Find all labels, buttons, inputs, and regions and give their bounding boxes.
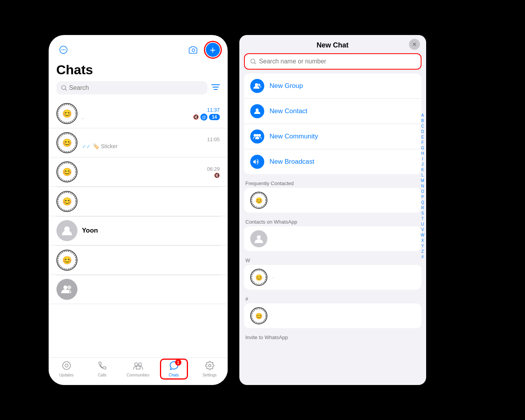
tab-label: Communities [126,373,149,377]
svg-text:😊: 😊 [62,197,72,206]
camera-button[interactable] [186,43,200,57]
mute-icon: 🔇 [214,173,220,178]
updates-icon [62,361,71,370]
svg-point-29 [255,83,258,86]
tab-label: Chats [169,373,179,377]
invite-header: Invite to WhatsApp [239,331,426,342]
chat-item[interactable] [49,275,228,304]
close-icon: ✕ [412,41,417,47]
search-input[interactable] [69,84,203,91]
alpha-i[interactable]: I [422,156,423,162]
new-chat-header: New Chat ✕ [239,35,426,53]
tab-updates[interactable]: Updates [55,361,78,377]
alpha-hash[interactable]: # [421,254,424,260]
chat-tab-badge: 1 [175,359,181,366]
new-contact-item[interactable]: New Contact [244,99,421,124]
frequent-contact-item[interactable]: 😊 [244,188,421,213]
more-options-button[interactable] [56,43,70,57]
alpha-d[interactable]: D [421,129,424,135]
alpha-o[interactable]: O [421,189,424,194]
alpha-p[interactable]: P [421,194,424,200]
chat-time: 11:37 [207,107,220,113]
alpha-y[interactable]: Y [421,243,424,249]
tab-calls[interactable]: Calls [91,361,114,377]
alpha-n[interactable]: N [421,184,424,189]
alpha-t[interactable]: T [421,216,424,222]
contact-info: · [273,274,274,281]
avatar [250,230,267,247]
chat-item[interactable]: 😊 11:05 ✓✓ 🏷️ Sticker [49,128,228,158]
alpha-r[interactable]: R [421,205,424,211]
svg-line-28 [254,63,256,64]
alpha-f[interactable]: F [421,140,424,145]
tab-chats[interactable]: 1 Chats [162,361,186,377]
tab-settings[interactable]: Settings [198,361,221,377]
svg-point-21 [63,285,67,289]
svg-text:😊: 😊 [62,256,72,265]
tab-icon-wrapper [98,361,107,372]
filter-icon[interactable] [211,84,220,92]
chat-item[interactable]: 😊 06:29 🔇 [49,158,228,187]
alpha-l[interactable]: L [421,173,424,178]
new-chat-button[interactable]: + [206,43,220,57]
svg-text:😊: 😊 [255,274,263,281]
alpha-k[interactable]: K [421,167,424,173]
svg-text:😊: 😊 [255,312,263,320]
alpha-m[interactable]: M [421,178,424,184]
new-group-item[interactable]: New Group [244,74,421,99]
alpha-c[interactable]: C [421,124,424,129]
alpha-e[interactable]: E [421,135,424,140]
badge-row: 🔇 @ 14 [193,114,219,121]
chat-item[interactable]: Yoon [49,216,228,245]
chat-content: Yoon [82,227,220,234]
svg-text:😊: 😊 [255,197,263,204]
section-w-list: 😊 · [244,265,421,290]
contact-item[interactable] [244,226,421,251]
alpha-z[interactable]: Z [421,249,424,254]
close-button[interactable]: ✕ [409,39,420,50]
mute-icon: 🔇 [193,114,199,120]
chat-content: 11:05 ✓✓ 🏷️ Sticker [82,136,220,149]
tab-communities[interactable]: Communities [126,361,150,377]
count-badge: 14 [209,114,219,120]
alpha-u[interactable]: U [421,222,424,227]
alpha-index: A B C D E F G H I J K L M N O P Q R S T … [421,113,424,260]
chat-list: 😊 11:37 . 🔇 @ 14 [49,99,228,357]
alpha-b[interactable]: B [421,118,424,124]
new-group-label: New Group [270,82,303,90]
section-hash-header: # [239,293,426,303]
chat-item[interactable]: 😊 11:37 . 🔇 @ 14 [49,99,228,128]
search-field[interactable] [244,53,421,70]
alpha-a[interactable]: A [421,113,424,118]
alpha-j[interactable]: J [421,162,423,167]
new-chat-search-input[interactable] [259,58,415,65]
new-group-icon [250,79,264,93]
new-broadcast-label: New Broadcast [270,158,314,166]
new-broadcast-item[interactable]: New Broadcast [244,149,421,174]
alpha-g[interactable]: G [421,145,424,151]
tab-label: Settings [202,373,216,377]
at-badge: @ [200,114,207,121]
alpha-s[interactable]: S [421,211,424,216]
chat-name: Yoon [82,227,98,234]
search-bar[interactable] [56,81,207,94]
alpha-h[interactable]: H [421,151,424,156]
svg-text:😊: 😊 [62,109,72,118]
alpha-v[interactable]: V [421,227,424,233]
chat-item[interactable]: 😊 [49,187,228,216]
chat-time: 06:29 [207,166,220,172]
contact-item-hash[interactable]: 😊 [244,303,421,328]
svg-point-34 [253,134,256,137]
contacts-list [244,226,421,251]
alpha-x[interactable]: X [421,238,424,243]
svg-point-2 [63,49,63,50]
svg-point-4 [192,49,195,52]
tab-label: Calls [98,373,106,377]
avatar: 😊 [56,103,77,124]
new-community-item[interactable]: New Community [244,124,421,149]
chat-item[interactable]: 😊 [49,246,228,275]
contact-item-w[interactable]: 😊 · [244,265,421,290]
alpha-q[interactable]: Q [421,200,424,205]
alpha-w[interactable]: W [421,233,424,238]
avatar: 😊 [56,132,77,153]
